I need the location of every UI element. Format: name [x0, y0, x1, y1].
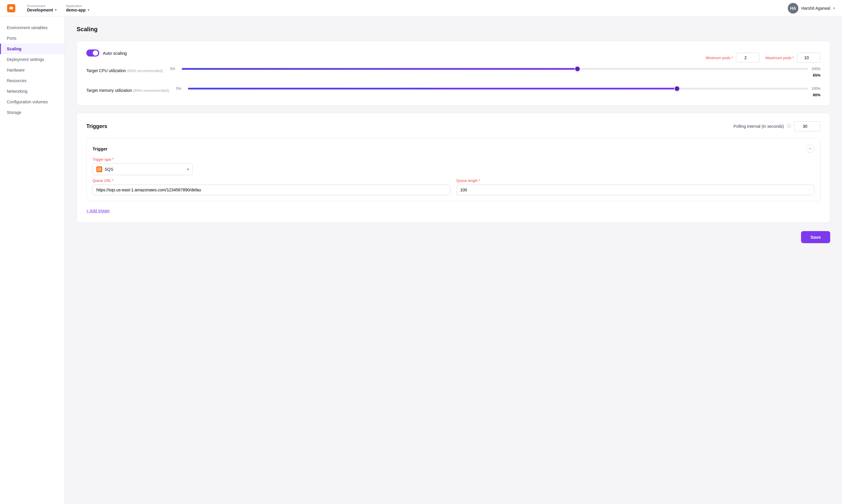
cpu-thumb[interactable] [575, 66, 580, 72]
trigger-block-header: Trigger − [92, 145, 814, 153]
min-pods-input[interactable] [736, 53, 759, 63]
trigger-block-title: Trigger [92, 146, 107, 151]
page-title: Scaling [76, 26, 830, 33]
polling-row: Polling interval (in seconds) ⓘ [734, 121, 821, 131]
info-icon[interactable]: ⓘ [787, 124, 791, 129]
sidebar-item-config-volumes[interactable]: Configuration volumes [0, 96, 65, 107]
triggers-title: Triggers [86, 123, 107, 129]
auto-scaling-row: Auto scaling Minimum pods * Maximum pods [86, 50, 821, 66]
sidebar-item-scaling[interactable]: Scaling [0, 43, 65, 54]
environment-value: Development ▾ [27, 8, 56, 12]
trigger-type-select[interactable]: SQS ▾ [92, 163, 193, 175]
triggers-card: Triggers Polling interval (in seconds) ⓘ… [76, 113, 830, 223]
toggle-track [86, 50, 99, 56]
cpu-track [182, 68, 808, 70]
auto-scaling-label: Auto scaling [103, 51, 127, 56]
topnav-left: Environment Development ▾ Application de… [7, 4, 89, 12]
layout: Environment variables Ports Scaling Depl… [0, 17, 842, 504]
sidebar-item-env-vars[interactable]: Environment variables [0, 22, 65, 33]
sidebar-item-ports[interactable]: Ports [0, 33, 65, 43]
max-pods-field: Maximum pods * [766, 53, 821, 63]
cpu-slider-container: 5% 100% 65% [170, 66, 821, 77]
cpu-slider-row: Target CPU utilization (60% recommended)… [86, 66, 821, 77]
max-pods-input[interactable] [797, 53, 821, 63]
sidebar-item-networking[interactable]: Networking [0, 86, 65, 96]
toggle-thumb [93, 50, 98, 56]
save-button[interactable]: Save [801, 231, 830, 243]
user-name: Harshit Agarwal [801, 6, 830, 11]
trigger-type-row: Trigger type * SQS ▾ [92, 158, 814, 175]
polling-interval-input[interactable] [794, 121, 821, 131]
add-trigger-button[interactable]: + Add trigger [86, 207, 110, 214]
sidebar-item-deployment[interactable]: Deployment settings [0, 54, 65, 65]
sidebar: Environment variables Ports Scaling Depl… [0, 17, 65, 504]
svg-point-2 [98, 168, 101, 169]
chevron-down-icon: ▾ [833, 6, 835, 10]
remove-trigger-button[interactable]: − [806, 145, 814, 153]
application-value: demo-app ▾ [66, 8, 89, 12]
memory-value-display: 80% [176, 93, 821, 97]
auto-scaling-toggle[interactable] [86, 50, 99, 56]
trigger-type-value: SQS [105, 167, 113, 172]
queue-length-label: Queue length * [456, 179, 814, 183]
queue-length-field: Queue length * [456, 179, 814, 195]
pods-row: Minimum pods * Maximum pods * [706, 53, 821, 63]
queue-url-label: Queue URL * [92, 179, 451, 183]
polling-label: Polling interval (in seconds) [734, 124, 784, 129]
cpu-min-label: 5% [170, 67, 178, 71]
queue-url-field: Queue URL * [92, 179, 451, 195]
memory-slider-wrap [188, 86, 808, 92]
trigger-fields: Queue URL * Queue length * [92, 179, 814, 195]
memory-max-label: 100% [811, 87, 821, 91]
environment-selector[interactable]: Environment Development ▾ [27, 4, 56, 12]
memory-label: Target memory utilization (60% recommend… [86, 86, 169, 93]
minus-icon: − [809, 146, 811, 151]
memory-slider-container: 5% 100% 80% [176, 86, 821, 97]
main-content: Scaling Auto scaling M [65, 17, 842, 504]
memory-thumb[interactable] [674, 86, 680, 92]
svg-rect-0 [10, 7, 13, 10]
sidebar-item-resources[interactable]: Resources [0, 75, 65, 86]
environment-label: Environment [27, 4, 56, 8]
sidebar-item-hardware[interactable]: Hardware [0, 65, 65, 75]
app-brand [7, 4, 18, 12]
topnav: Environment Development ▾ Application de… [0, 0, 842, 17]
select-chevron-icon: ▾ [187, 167, 189, 171]
application-label: Application [66, 4, 89, 8]
user-menu[interactable]: HA Harshit Agarwal ▾ [788, 3, 835, 14]
footer-actions: Save [76, 231, 830, 243]
cpu-value-display: 65% [170, 73, 821, 77]
avatar: HA [788, 3, 799, 14]
memory-track [188, 88, 808, 90]
cpu-fill [182, 68, 577, 70]
toggle-row: Auto scaling [86, 50, 127, 56]
add-trigger-label: + Add trigger [86, 209, 110, 213]
sidebar-item-storage[interactable]: Storage [0, 107, 65, 118]
queue-url-input[interactable] [92, 184, 451, 195]
min-pods-field: Minimum pods * [706, 53, 759, 63]
memory-min-label: 5% [176, 87, 185, 91]
application-selector[interactable]: Application demo-app ▾ [66, 4, 89, 12]
cpu-label: Target CPU utilization (60% recommended) [86, 66, 163, 73]
app-icon [7, 4, 15, 12]
cpu-slider-bounds: 5% 100% [170, 66, 821, 72]
memory-slider-bounds: 5% 100% [176, 86, 821, 92]
scaling-card: Auto scaling Minimum pods * Maximum pods [76, 41, 830, 106]
min-pods-label: Minimum pods * [706, 56, 733, 60]
cpu-slider-wrap [182, 66, 808, 72]
max-pods-label: Maximum pods * [766, 56, 794, 60]
triggers-header: Triggers Polling interval (in seconds) ⓘ [86, 121, 821, 131]
memory-slider-row: Target memory utilization (60% recommend… [86, 86, 821, 97]
queue-length-input[interactable] [456, 184, 814, 195]
memory-fill [188, 88, 677, 90]
trigger-block: Trigger − Trigger type * [86, 138, 821, 201]
chevron-down-icon: ▾ [55, 8, 56, 12]
svg-rect-1 [10, 6, 12, 7]
chevron-down-icon: ▾ [88, 8, 89, 12]
cpu-max-label: 100% [811, 67, 821, 71]
trigger-type-label: Trigger type * [92, 158, 814, 162]
sqs-icon [97, 166, 102, 172]
